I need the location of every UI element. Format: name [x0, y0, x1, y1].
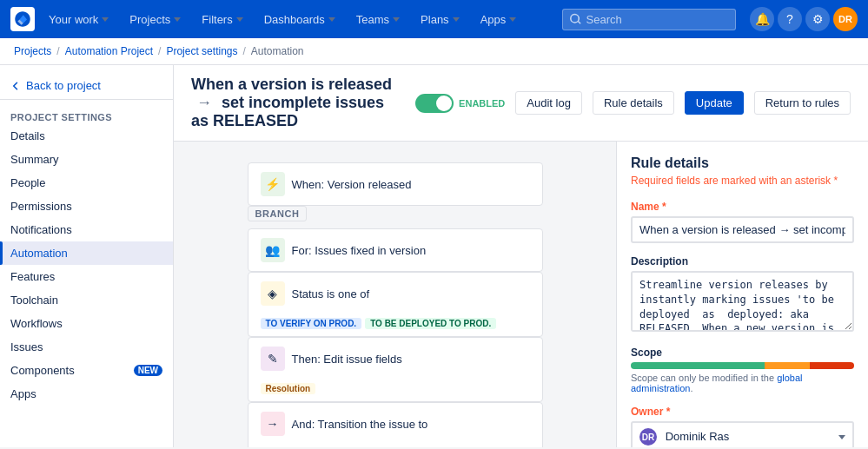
transition-label: And: Transition the issue to	[292, 418, 428, 431]
search-icon	[570, 13, 581, 25]
transition-icon: →	[261, 412, 285, 436]
sidebar-item-components[interactable]: Components NEW	[0, 359, 173, 382]
transition-block-tags: RELEASED	[248, 445, 542, 447]
edit-block-header: ✎ Then: Edit issue fields	[248, 338, 542, 380]
content-area: When a version is released → set incompl…	[174, 65, 868, 447]
for-block-header: 👥 For: Issues fixed in version	[248, 229, 542, 271]
settings-icon[interactable]: ⚙	[805, 7, 830, 31]
chevron-down-icon	[453, 17, 460, 22]
sidebar-item-workflows[interactable]: Workflows	[0, 312, 173, 335]
trigger-block-header: ⚡ When: Version released	[248, 163, 542, 205]
sidebar-item-issues[interactable]: Issues	[0, 335, 173, 359]
status-block-tags: TO VERIFY ON PROD. TO BE DEPLOYED TO PRO…	[248, 314, 542, 336]
nav-plans[interactable]: Plans	[414, 10, 467, 30]
user-avatar[interactable]: DR	[833, 7, 858, 31]
name-label: Name *	[631, 201, 854, 213]
sidebar-section-title: Project settings	[0, 107, 173, 124]
new-badge: NEW	[134, 365, 162, 376]
status-block-header: ◈ Status is one of	[248, 273, 542, 314]
sidebar-item-apps[interactable]: Apps	[0, 382, 173, 406]
transition-block[interactable]: → And: Transition the issue to RELEASED	[248, 402, 543, 447]
status-icon: ◈	[261, 281, 285, 306]
for-block[interactable]: 👥 For: Issues fixed in version	[248, 228, 543, 272]
owner-avatar: DR	[639, 428, 657, 446]
chevron-down-icon	[174, 17, 181, 22]
name-required: *	[662, 201, 666, 213]
chevron-down-icon	[393, 17, 400, 22]
nav-teams[interactable]: Teams	[349, 10, 407, 30]
breadcrumb-sep: /	[242, 45, 245, 57]
name-field-group: Name *	[631, 201, 854, 243]
transition-block-header: → And: Transition the issue to	[248, 403, 542, 445]
trigger-icon: ⚡	[261, 172, 285, 196]
chevron-down-icon	[509, 17, 516, 22]
edit-block-tags: Resolution	[248, 380, 542, 401]
description-field-group: Description	[631, 255, 854, 334]
breadcrumb-projects[interactable]: Projects	[14, 45, 51, 57]
sidebar-item-notifications[interactable]: Notifications	[0, 218, 173, 241]
chevron-down-icon	[328, 17, 335, 22]
owner-label: Owner *	[631, 406, 854, 418]
rule-toggle: ENABLED	[415, 94, 505, 113]
edit-block[interactable]: ✎ Then: Edit issue fields Resolution	[248, 337, 543, 402]
status-block[interactable]: ◈ Status is one of TO VERIFY ON PROD. TO…	[248, 272, 543, 337]
scope-note: Scope can only be modified in the global…	[631, 373, 854, 393]
nav-filters[interactable]: Filters	[195, 10, 249, 30]
breadcrumb-settings[interactable]: Project settings	[166, 45, 237, 57]
owner-select[interactable]: DR Dominik Ras	[631, 421, 854, 447]
notifications-icon[interactable]: 🔔	[750, 7, 774, 31]
enabled-toggle[interactable]	[415, 94, 454, 113]
branch-label: BRANCH	[248, 206, 308, 221]
scope-field-group: Scope Scope can only be modified in the …	[631, 347, 854, 393]
return-to-rules-button[interactable]: Return to rules	[754, 91, 851, 115]
help-icon[interactable]: ?	[778, 7, 802, 31]
main-layout: Back to project Project settings Details…	[0, 65, 868, 447]
tag-resolution: Resolution	[261, 383, 316, 394]
sidebar-item-permissions[interactable]: Permissions	[0, 195, 173, 218]
name-input[interactable]	[631, 216, 854, 243]
sidebar-item-summary[interactable]: Summary	[0, 148, 173, 171]
rule-body: ⚡ When: Version released BRANCH 👥 For: I…	[174, 142, 868, 447]
search-input[interactable]	[586, 13, 728, 26]
nav-dashboards[interactable]: Dashboards	[257, 10, 342, 30]
panel-subtitle: Required fields are marked with an aster…	[631, 175, 854, 187]
trigger-label: When: Version released	[292, 178, 412, 191]
sidebar-item-automation[interactable]: Automation	[0, 241, 173, 265]
back-to-project[interactable]: Back to project	[0, 72, 173, 100]
nav-your-work[interactable]: Your work	[42, 10, 116, 30]
nav-icons: 🔔 ? ⚙ DR	[750, 7, 858, 31]
rule-details-button[interactable]: Rule details	[593, 91, 674, 115]
sidebar-item-people[interactable]: People	[0, 171, 173, 195]
breadcrumb-sep: /	[158, 45, 161, 57]
tag-deployed: TO BE DEPLOYED TO PROD.	[365, 318, 496, 329]
sidebar-item-toolchain[interactable]: Toolchain	[0, 288, 173, 312]
sidebar-item-details[interactable]: Details	[0, 124, 173, 148]
description-label: Description	[631, 255, 854, 267]
trigger-block[interactable]: ⚡ When: Version released	[248, 162, 543, 206]
breadcrumb-sep: /	[56, 45, 59, 57]
owner-field-group: Owner * DR Dominik Ras The owner will re…	[631, 406, 854, 447]
audit-log-button[interactable]: Audit log	[515, 91, 582, 115]
sidebar-item-features[interactable]: Features	[0, 265, 173, 288]
top-nav: Your work Projects Filters Dashboards Te…	[0, 0, 868, 38]
owner-required: *	[666, 406, 671, 418]
tag-verify: TO VERIFY ON PROD.	[261, 318, 362, 329]
scope-label: Scope	[631, 347, 854, 359]
description-textarea[interactable]	[631, 271, 854, 332]
nav-projects[interactable]: Projects	[123, 10, 188, 30]
nav-apps[interactable]: Apps	[474, 10, 524, 30]
for-label: For: Issues fixed in version	[292, 244, 427, 257]
rule-header: When a version is released → set incompl…	[174, 65, 868, 142]
enabled-label: ENABLED	[459, 98, 505, 109]
breadcrumb-project[interactable]: Automation Project	[65, 45, 153, 57]
edit-icon: ✎	[261, 347, 285, 371]
rule-title: When a version is released → set incompl…	[191, 76, 405, 130]
sidebar: Back to project Project settings Details…	[0, 65, 174, 447]
update-button[interactable]: Update	[685, 91, 744, 115]
app-logo[interactable]	[10, 7, 35, 31]
for-icon: 👥	[261, 238, 285, 262]
scope-bar	[631, 362, 854, 369]
search-bar[interactable]	[562, 9, 736, 30]
edit-label: Then: Edit issue fields	[292, 353, 402, 366]
rule-details-panel: Rule details Required fields are marked …	[616, 142, 868, 447]
